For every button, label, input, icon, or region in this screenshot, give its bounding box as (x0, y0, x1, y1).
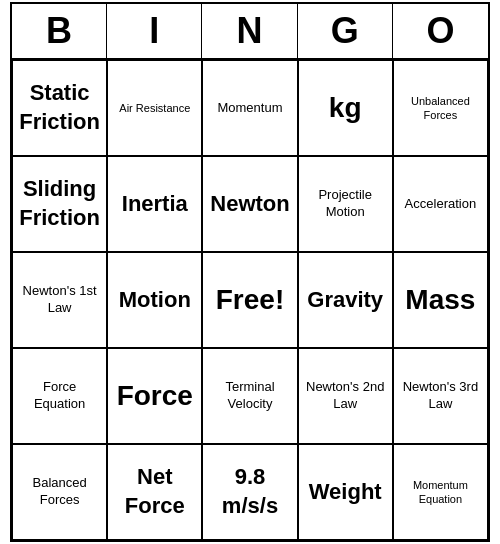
bingo-cell: Air Resistance (107, 60, 202, 156)
bingo-card: BINGO Static FrictionAir ResistanceMomen… (10, 2, 490, 542)
bingo-cell: kg (298, 60, 393, 156)
bingo-cell: Newton's 2nd Law (298, 348, 393, 444)
bingo-cell: Newton's 1st Law (12, 252, 107, 348)
bingo-cell: Gravity (298, 252, 393, 348)
bingo-cell: Unbalanced Forces (393, 60, 488, 156)
bingo-cell: Force (107, 348, 202, 444)
bingo-cell: Balanced Forces (12, 444, 107, 540)
bingo-cell: Acceleration (393, 156, 488, 252)
header-letter: O (393, 4, 488, 58)
bingo-cell: Momentum Equation (393, 444, 488, 540)
bingo-cell: Net Force (107, 444, 202, 540)
bingo-header: BINGO (12, 4, 488, 60)
bingo-cell: Motion (107, 252, 202, 348)
bingo-cell: 9.8 m/s/s (202, 444, 297, 540)
bingo-cell: Newton's 3rd Law (393, 348, 488, 444)
bingo-cell: Force Equation (12, 348, 107, 444)
header-letter: I (107, 4, 202, 58)
bingo-cell: Mass (393, 252, 488, 348)
bingo-cell: Projectile Motion (298, 156, 393, 252)
bingo-cell: Inertia (107, 156, 202, 252)
bingo-cell: Weight (298, 444, 393, 540)
bingo-cell: Newton (202, 156, 297, 252)
bingo-cell: Sliding Friction (12, 156, 107, 252)
bingo-grid: Static FrictionAir ResistanceMomentumkgU… (12, 60, 488, 540)
header-letter: N (202, 4, 297, 58)
bingo-cell: Terminal Velocity (202, 348, 297, 444)
bingo-cell: Free! (202, 252, 297, 348)
header-letter: G (298, 4, 393, 58)
bingo-cell: Momentum (202, 60, 297, 156)
header-letter: B (12, 4, 107, 58)
bingo-cell: Static Friction (12, 60, 107, 156)
